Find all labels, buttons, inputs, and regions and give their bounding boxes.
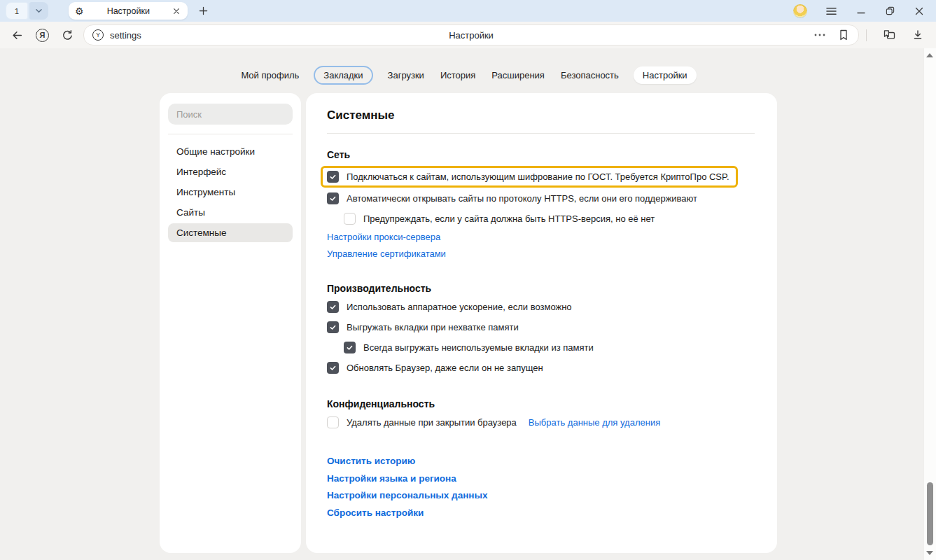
restore-button[interactable] (884, 5, 896, 17)
ellipsis-icon (814, 34, 825, 36)
protect-icon: Y (92, 29, 104, 41)
sidebar-item-interface[interactable]: Интерфейс (168, 162, 293, 181)
browser-tab-settings[interactable]: ⚙ Настройки (69, 2, 188, 20)
section-heading-network: Сеть (327, 149, 755, 160)
sidebar-item-tools[interactable]: Инструменты (168, 183, 293, 202)
address-bar[interactable]: Y settings Настройки (83, 24, 859, 46)
tab-history[interactable]: История (439, 66, 477, 84)
https-warn-label: Предупреждать, если у сайта должна быть … (363, 214, 655, 224)
scroll-up-button[interactable] (926, 53, 933, 57)
title-divider (327, 133, 755, 134)
page-scrollbar[interactable] (923, 48, 936, 560)
new-tab-button[interactable] (197, 4, 210, 18)
chevron-down-icon (35, 8, 43, 13)
check-icon (329, 173, 337, 181)
download-icon (912, 29, 923, 41)
auto-update-row: Обновлять Браузер, даже если он не запущ… (327, 360, 755, 374)
https-checkbox[interactable] (327, 192, 339, 204)
side-panel-button[interactable] (881, 28, 897, 42)
page-title: Системные (327, 108, 755, 122)
toolbar: Я Y settings Настройки (0, 22, 936, 49)
clear-on-close-checkbox[interactable] (327, 416, 339, 428)
refresh-icon (62, 29, 74, 41)
tab-title: Настройки (90, 6, 167, 16)
tab-settings[interactable]: Настройки (634, 66, 697, 84)
tab-security[interactable]: Безопасность (559, 66, 620, 84)
minimize-button[interactable] (855, 6, 867, 17)
https-warn-checkbox[interactable] (344, 213, 356, 225)
more-actions-button[interactable] (813, 32, 827, 38)
plus-icon (199, 6, 208, 15)
close-icon (173, 8, 180, 15)
yandex-logo-icon: Я (36, 29, 49, 42)
menu-button[interactable] (825, 6, 838, 17)
proxy-settings-link[interactable]: Настройки прокси-сервера (327, 232, 440, 242)
window-close-button[interactable] (914, 6, 925, 17)
unload-tabs-checkbox[interactable] (327, 321, 339, 333)
gost-setting-highlight: Подключаться к сайтам, использующим шифр… (321, 166, 738, 188)
yandex-logo-button[interactable]: Я (34, 27, 50, 43)
sidebar-item-general[interactable]: Общие настройки (168, 142, 293, 161)
choose-data-link[interactable]: Выбрать данные для удаления (529, 417, 660, 428)
https-setting-row: Автоматически открывать сайты по протоко… (327, 191, 755, 205)
unload-tabs-row: Выгружать вкладки при нехватке памяти (327, 320, 755, 334)
bookmark-button[interactable] (837, 28, 850, 42)
auto-update-checkbox[interactable] (327, 362, 339, 374)
sidebar-item-sites[interactable]: Сайты (168, 203, 293, 222)
clear-history-link[interactable]: Очистить историю (327, 456, 415, 466)
hamburger-icon (826, 7, 837, 15)
sidebar-item-system[interactable]: Системные (168, 223, 293, 242)
certificates-link[interactable]: Управление сертификатами (327, 248, 446, 259)
profile-avatar[interactable] (793, 4, 807, 18)
gear-icon: ⚙ (75, 6, 84, 16)
settings-page: Мой профиль Закладки Загрузки История Ра… (0, 48, 936, 560)
tab-list-chevron-button[interactable] (29, 2, 48, 20)
restore-icon (886, 6, 895, 15)
sidebar-divider (168, 134, 293, 134)
personal-data-link[interactable]: Настройки персональных данных (327, 490, 488, 500)
clear-on-close-row: Удалять данные при закрытии браузера Выб… (327, 415, 755, 429)
check-icon (329, 323, 337, 331)
arrow-left-icon (11, 29, 23, 41)
bookmark-icon (839, 29, 848, 41)
settings-main-panel: Системные Сеть Подключаться к сайтам, ис… (306, 93, 777, 553)
hw-accel-checkbox[interactable] (327, 301, 339, 313)
address-text: settings (110, 30, 141, 41)
always-unload-checkbox[interactable] (344, 342, 356, 354)
check-icon (329, 364, 337, 372)
tab-bar: 1 ⚙ Настройки (0, 0, 936, 22)
panels-icon (883, 29, 896, 41)
tab-extensions[interactable]: Расширения (490, 66, 546, 84)
back-button[interactable] (10, 28, 25, 43)
reset-settings-link[interactable]: Сбросить настройки (327, 507, 424, 518)
tab-close-button[interactable] (172, 6, 181, 16)
tab-my-profile[interactable]: Мой профиль (239, 66, 300, 84)
tab-count-button[interactable]: 1 (6, 2, 28, 20)
refresh-button[interactable] (60, 28, 75, 43)
search-input[interactable] (168, 104, 293, 125)
always-unload-row: Всегда выгружать неиспользуемые вкладки … (344, 340, 755, 354)
scroll-down-button[interactable] (926, 551, 933, 555)
close-icon (915, 7, 923, 15)
settings-nav-tabs: Мой профиль Закладки Загрузки История Ра… (0, 66, 936, 85)
unload-tabs-label: Выгружать вкладки при нехватке памяти (347, 322, 519, 332)
https-warn-row: Предупреждать, если у сайта должна быть … (344, 211, 755, 225)
omnibox-page-title: Настройки (84, 30, 858, 41)
check-icon (329, 195, 337, 202)
toolbar-separator (866, 29, 867, 41)
hw-accel-label: Использовать аппаратное ускорение, если … (347, 302, 572, 312)
language-region-link[interactable]: Настройки языка и региона (327, 473, 456, 484)
downloads-button[interactable] (911, 28, 925, 42)
check-icon (346, 344, 354, 351)
scrollbar-thumb[interactable] (927, 482, 933, 545)
check-icon (329, 303, 337, 311)
auto-update-label: Обновлять Браузер, даже если он не запущ… (347, 363, 543, 373)
gost-checkbox[interactable] (327, 171, 339, 183)
gost-label: Подключаться к сайтам, использующим шифр… (347, 172, 729, 182)
tab-downloads[interactable]: Загрузки (386, 66, 426, 84)
section-heading-privacy: Конфиденциальность (327, 398, 755, 410)
tab-bookmarks[interactable]: Закладки (314, 66, 372, 85)
always-unload-label: Всегда выгружать неиспользуемые вкладки … (363, 342, 594, 353)
minimize-icon (857, 7, 865, 15)
clear-on-close-label: Удалять данные при закрытии браузера (347, 417, 517, 428)
